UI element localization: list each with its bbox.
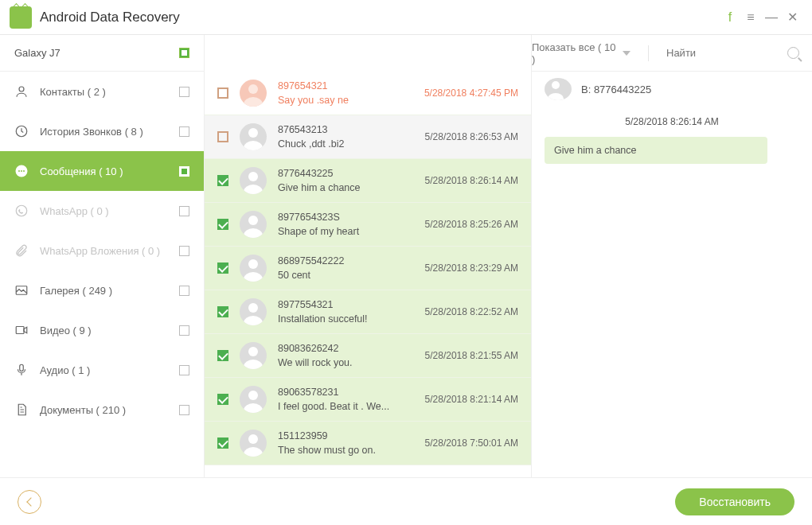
sidebar-item-checkbox[interactable] [179, 87, 189, 97]
sidebar-item-checkbox[interactable] [179, 405, 189, 415]
sidebar-item-label: Контакты ( 2 ) [40, 86, 168, 98]
svg-rect-8 [16, 327, 24, 334]
message-number: 876543213 [278, 124, 414, 135]
message-checkbox[interactable] [217, 394, 228, 405]
message-time: 5/28/2018 4:27:45 PM [424, 88, 518, 99]
message-body: 89063578231I feel good. Beat it . We... [278, 387, 414, 412]
sidebar-item-label: Видео ( 9 ) [40, 325, 168, 336]
sidebar-item-documents[interactable]: Документы ( 210 ) [0, 390, 204, 430]
sidebar-item-checkbox[interactable] [179, 166, 189, 177]
device-header: Galaxy J7 [0, 35, 204, 72]
sidebar-item-contacts[interactable]: Контакты ( 2 ) [0, 72, 204, 111]
sidebar-item-messages[interactable]: Сообщения ( 10 ) [0, 151, 204, 191]
message-preview: Shape of my heart [278, 226, 414, 237]
filter-dropdown[interactable]: Показать все ( 10 ) [532, 41, 630, 65]
message-time: 5/28/2018 8:23:29 AM [425, 262, 518, 274]
audio-icon [14, 363, 29, 377]
device-name: Galaxy J7 [14, 47, 61, 59]
documents-icon [14, 402, 29, 417]
titlebar: Android Data Recovery f ≡ — ✕ [0, 0, 812, 35]
conversation-toolbar: Показать все ( 10 ) [532, 35, 812, 72]
sidebar-item-gallery[interactable]: Галерея ( 249 ) [0, 270, 204, 310]
select-all-checkbox[interactable] [179, 48, 189, 58]
sidebar-item-label: Сообщения ( 10 ) [40, 165, 168, 177]
footer: Восстановить [0, 477, 812, 525]
message-row[interactable]: 8977654323SShape of my heart5/28/2018 8:… [205, 203, 531, 247]
message-row[interactable]: 89063578231I feel good. Beat it . We...5… [205, 378, 531, 422]
search-icon [787, 47, 799, 59]
message-body: 151123959The show must go on. [278, 430, 414, 456]
message-preview: Say you .say ne [278, 95, 413, 106]
message-row[interactable]: 876543213Chuck ,ddt .bi25/28/2018 8:26:5… [205, 115, 531, 159]
message-body: 89083626242We will rock you. [278, 343, 414, 368]
avatar-icon [240, 167, 267, 194]
whatsapp-icon [14, 204, 29, 218]
message-number: 897654321 [278, 80, 413, 91]
close-button[interactable]: ✕ [782, 7, 802, 28]
conversation-timestamp: 5/28/2018 8:26:14 AM [545, 116, 799, 127]
message-preview: 50 cent [278, 270, 414, 281]
message-row[interactable]: 8776443225Give him a chance5/28/2018 8:2… [205, 159, 531, 203]
sidebar-item-label: История Звонков ( 8 ) [40, 126, 168, 138]
message-body: 8776443225Give him a chance [278, 168, 414, 193]
conversation-panel: Показать все ( 10 ) B: 8776443225 5/28/2… [531, 35, 812, 477]
message-list-panel: 897654321Say you .say ne5/28/2018 4:27:4… [205, 35, 531, 477]
svg-point-0 [19, 87, 24, 91]
message-checkbox[interactable] [217, 306, 228, 317]
svg-point-3 [18, 170, 20, 172]
minimize-button[interactable]: — [761, 7, 782, 28]
sidebar-item-calllog[interactable]: История Звонков ( 8 ) [0, 111, 204, 151]
message-checkbox[interactable] [217, 175, 228, 186]
message-preview: The show must go on. [278, 445, 414, 456]
message-checkbox[interactable] [217, 219, 228, 230]
search-input[interactable] [666, 47, 778, 59]
message-row[interactable]: 86897554222250 cent5/28/2018 8:23:29 AM [205, 247, 531, 290]
avatar-icon [240, 211, 267, 238]
message-time: 5/28/2018 8:25:26 AM [425, 219, 518, 230]
search-box[interactable] [666, 47, 799, 59]
avatar-icon [240, 298, 267, 325]
sidebar-item-checkbox[interactable] [179, 365, 189, 375]
message-checkbox[interactable] [217, 438, 228, 449]
message-time: 5/28/2018 8:21:55 AM [425, 350, 518, 361]
sidebar-item-checkbox[interactable] [179, 206, 189, 216]
avatar-icon [240, 430, 267, 457]
message-row[interactable]: 897654321Say you .say ne5/28/2018 4:27:4… [205, 72, 531, 115]
sidebar-item-audio[interactable]: Аудио ( 1 ) [0, 350, 204, 390]
svg-point-5 [23, 170, 25, 172]
message-row[interactable]: 151123959The show must go on.5/28/2018 7… [205, 422, 531, 465]
sidebar-item-attachment: WhatsApp Вложения ( 0 ) [0, 231, 204, 270]
message-row[interactable]: 8977554321Installation succeful!5/28/201… [205, 290, 531, 334]
facebook-icon[interactable]: f [720, 7, 740, 28]
menu-icon[interactable]: ≡ [740, 7, 761, 28]
message-body: 876543213Chuck ,ddt .bi2 [278, 124, 414, 150]
sidebar-item-checkbox[interactable] [179, 246, 189, 256]
gallery-icon [14, 283, 29, 298]
message-row[interactable]: 89083626242We will rock you.5/28/2018 8:… [205, 334, 531, 378]
avatar-icon [240, 255, 267, 282]
sidebar-item-label: WhatsApp ( 0 ) [40, 205, 168, 217]
svg-point-6 [16, 205, 27, 216]
message-number: 8776443225 [278, 168, 414, 179]
message-number: 8977554321 [278, 299, 414, 310]
message-body: 8977654323SShape of my heart [278, 212, 414, 237]
back-button[interactable] [18, 490, 41, 514]
message-checkbox[interactable] [217, 88, 228, 99]
sidebar-item-whatsapp: WhatsApp ( 0 ) [0, 191, 204, 231]
message-time: 5/28/2018 8:26:14 AM [425, 175, 518, 186]
message-number: 151123959 [278, 430, 414, 441]
list-toolbar [205, 35, 531, 72]
message-checkbox[interactable] [217, 131, 228, 142]
recover-button[interactable]: Восстановить [675, 488, 794, 515]
message-checkbox[interactable] [217, 350, 228, 361]
message-body: 86897554222250 cent [278, 255, 414, 281]
sidebar-item-label: WhatsApp Вложения ( 0 ) [40, 245, 168, 257]
message-number: 89083626242 [278, 343, 414, 354]
sidebar-item-checkbox[interactable] [179, 286, 189, 296]
svg-point-4 [21, 170, 22, 172]
sidebar-item-checkbox[interactable] [179, 325, 189, 336]
sidebar-item-checkbox[interactable] [179, 126, 189, 137]
message-preview: Give him a chance [278, 182, 414, 193]
sidebar-item-video[interactable]: Видео ( 9 ) [0, 310, 204, 350]
message-checkbox[interactable] [217, 262, 228, 274]
